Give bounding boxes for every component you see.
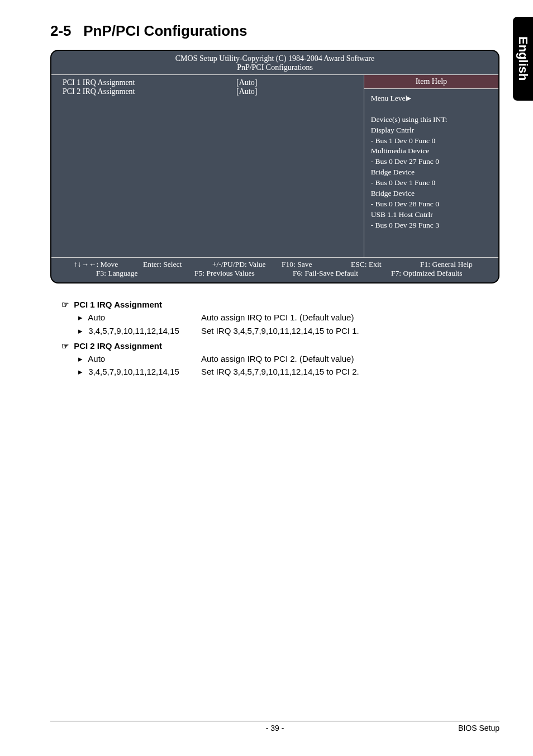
desc-option: 3,4,5,7,9,10,11,12,14,15 [88,367,179,376]
bios-help-body: Menu Level▸ Device(s) using this INT: Di… [364,89,498,242]
bios-help-line: - Bus 1 Dev 0 Func 0 [371,136,492,147]
section-number: 2-5 [50,22,72,39]
desc-heading: ☞ PCI 2 IRQ Assignment [61,339,499,352]
bios-hint-previous: F5: Previous Values [194,269,293,278]
bios-hint-exit: ESC: Exit [351,260,420,269]
bios-setting-value[interactable]: [Auto] [236,78,358,87]
hand-icon: ☞ [61,339,72,352]
arrow-icon: ▸ [78,352,86,365]
bios-footer-row1: ↑↓→←: Move Enter: Select +/-/PU/PD: Valu… [74,260,489,269]
bios-footer-row2: F3: Language F5: Previous Values F6: Fai… [74,269,489,278]
bios-settings-area: PCI 1 IRQ Assignment [Auto] PCI 2 IRQ As… [51,75,364,257]
bios-menu-level: Menu Level▸ [371,93,492,104]
bios-setting-value[interactable]: [Auto] [236,87,358,96]
bios-hint-optimized: F7: Optimized Defaults [391,269,489,278]
desc-text: Auto assign IRQ to PCI 1. (Default value… [201,311,499,324]
bios-help-line: Bridge Device [371,188,492,199]
description-block: ☞ PCI 1 IRQ Assignment ▸ Auto Auto assig… [50,298,499,379]
section-heading: 2-5 PnP/PCI Configurations [50,22,499,40]
bios-help-line: - Bus 0 Dev 29 Func 3 [371,220,492,231]
bios-setting-label: PCI 2 IRQ Assignment [63,87,236,96]
bios-hint-enter: Enter: Select [143,260,212,269]
desc-option: Auto [88,354,105,363]
bios-setting-row[interactable]: PCI 2 IRQ Assignment [Auto] [63,87,358,96]
bios-hint-language: F3: Language [96,269,194,278]
bios-hint-help: F1: General Help [420,260,489,269]
desc-heading: ☞ PCI 1 IRQ Assignment [61,298,499,311]
bios-help-line: Device(s) using this INT: [371,115,492,125]
bios-footer: ↑↓→←: Move Enter: Select +/-/PU/PD: Valu… [51,257,498,282]
bios-hint-value: +/-/PU/PD: Value [212,260,282,269]
desc-option: 3,4,5,7,9,10,11,12,14,15 [88,326,179,336]
bios-help-line: Multimedia Device [371,146,492,157]
bios-header-line1: CMOS Setup Utility-Copyright (C) 1984-20… [51,54,498,63]
desc-option: Auto [88,313,105,322]
desc-text: Set IRQ 3,4,5,7,9,10,11,12,14,15 to PCI … [201,324,499,337]
arrow-icon: ▸ [78,324,86,337]
bios-setting-row[interactable]: PCI 1 IRQ Assignment [Auto] [63,78,358,87]
desc-option-line: ▸ 3,4,5,7,9,10,11,12,14,15 Set IRQ 3,4,5… [61,365,499,378]
bios-header-line2: PnP/PCI Configurations [51,63,498,72]
arrow-icon: ▸ [78,311,86,324]
bios-hint-move: ↑↓→←: Move [74,260,143,269]
desc-title: PCI 2 IRQ Assignment [74,341,162,351]
bios-setting-label: PCI 1 IRQ Assignment [63,78,236,87]
bios-help-line: - Bus 0 Dev 27 Func 0 [371,157,492,167]
bios-panel: CMOS Setup Utility-Copyright (C) 1984-20… [50,50,499,284]
desc-title: PCI 1 IRQ Assignment [74,300,162,309]
bios-help-header: Item Help [364,75,498,89]
section-title-text: PnP/PCI Configurations [83,22,247,39]
bios-hint-save: F10: Save [282,260,351,269]
hand-icon: ☞ [61,298,72,311]
desc-text: Auto assign IRQ to PCI 2. (Default value… [201,352,499,365]
page-content: 2-5 PnP/PCI Configurations CMOS Setup Ut… [0,0,533,390]
desc-text: Set IRQ 3,4,5,7,9,10,11,12,14,15 to PCI … [201,365,499,378]
bios-help-panel: Item Help Menu Level▸ Device(s) using th… [364,75,498,257]
desc-option-line: ▸ Auto Auto assign IRQ to PCI 1. (Defaul… [61,311,499,324]
arrow-icon: ▸ [78,365,86,378]
bios-help-line: USB 1.1 Host Cntrlr [371,210,492,220]
bios-help-line: - Bus 0 Dev 1 Func 0 [371,178,492,188]
bios-help-line: - Bus 0 Dev 28 Func 0 [371,199,492,210]
bios-help-line: Bridge Device [371,167,492,178]
bios-hint-failsave: F6: Fail-Save Default [293,269,391,278]
desc-option-line: ▸ Auto Auto assign IRQ to PCI 2. (Defaul… [61,352,499,365]
bios-help-line: Display Cntrlr [371,125,492,136]
bios-header: CMOS Setup Utility-Copyright (C) 1984-20… [51,51,498,75]
page-footer: - 39 - BIOS Setup [50,721,499,733]
page-number: - 39 - [50,724,499,733]
desc-option-line: ▸ 3,4,5,7,9,10,11,12,14,15 Set IRQ 3,4,5… [61,324,499,337]
bios-body: PCI 1 IRQ Assignment [Auto] PCI 2 IRQ As… [51,75,498,257]
